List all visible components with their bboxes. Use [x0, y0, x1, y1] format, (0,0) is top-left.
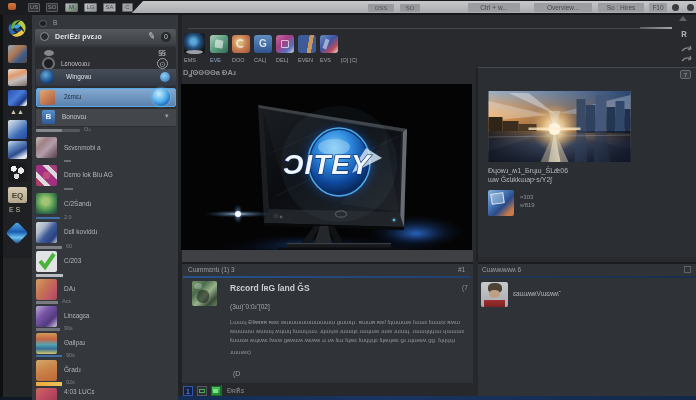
- svg-text:ƆITEY: ƆITEY: [283, 149, 372, 180]
